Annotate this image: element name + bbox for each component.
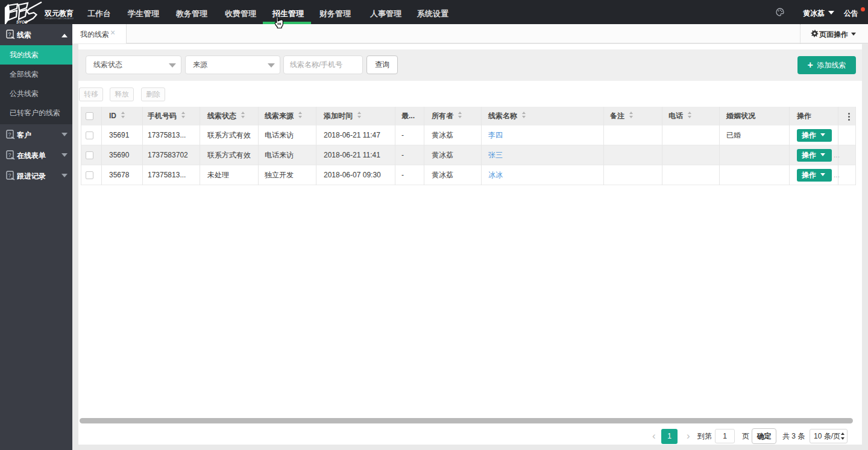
svg-text:?: ? [8,132,11,138]
svg-text:?: ? [8,31,11,37]
svg-text:?: ? [8,173,11,179]
svg-text:SYOO: SYOO [16,20,28,24]
svg-text:?: ? [8,152,11,158]
